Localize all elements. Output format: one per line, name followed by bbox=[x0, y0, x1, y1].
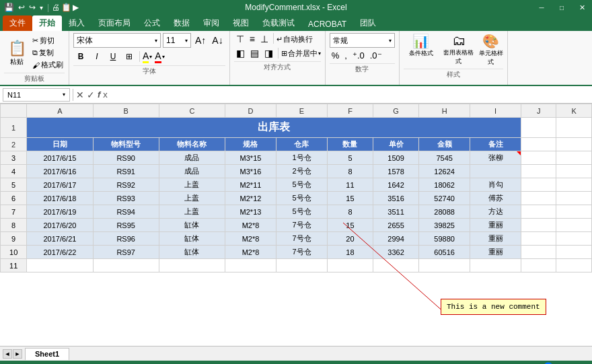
cell-6e[interactable]: 5号仓 bbox=[276, 192, 327, 205]
cell-9k[interactable] bbox=[556, 232, 592, 246]
cell-3e[interactable]: 1号仓 bbox=[276, 151, 327, 165]
table-format-btn[interactable]: 🗂 套用表格格式 bbox=[441, 33, 476, 67]
cell-9g[interactable]: 2994 bbox=[373, 232, 419, 246]
cell-4h[interactable]: 12624 bbox=[419, 165, 470, 178]
cell-7a[interactable]: 2017/6/19 bbox=[27, 205, 93, 219]
row-header-11[interactable]: 11 bbox=[1, 259, 27, 272]
cell-4b[interactable]: RS91 bbox=[93, 165, 159, 178]
function-icon[interactable]: f bbox=[98, 89, 100, 100]
cell-4d[interactable]: M3*16 bbox=[225, 165, 276, 178]
cell-10e[interactable]: 7号仓 bbox=[276, 246, 327, 259]
save-icon[interactable]: 💾 bbox=[3, 1, 15, 13]
italic-btn[interactable]: I bbox=[89, 50, 104, 63]
row-header-8[interactable]: 8 bbox=[1, 219, 27, 232]
cell-9c[interactable]: 缸体 bbox=[159, 232, 225, 246]
font-color-btn[interactable]: A ▾ bbox=[155, 50, 164, 63]
minimize-btn[interactable]: ─ bbox=[531, 0, 552, 15]
cell-11e[interactable] bbox=[276, 259, 327, 272]
highlight-color-btn[interactable]: A ▾ bbox=[143, 50, 152, 63]
row-header-5[interactable]: 5 bbox=[1, 178, 27, 192]
cell-7g[interactable]: 3511 bbox=[373, 205, 419, 219]
header-unit-price[interactable]: 单价 bbox=[373, 138, 419, 151]
cell-9d[interactable]: M2*8 bbox=[225, 232, 276, 246]
cell-3f[interactable]: 5 bbox=[327, 151, 373, 165]
sheet-tab-1[interactable]: Sheet1 bbox=[25, 348, 69, 360]
cell-6g[interactable]: 3516 bbox=[373, 192, 419, 205]
cell-11b[interactable] bbox=[93, 259, 159, 272]
name-box-dropdown[interactable]: ▾ bbox=[63, 92, 65, 98]
cell-4j[interactable] bbox=[521, 165, 556, 178]
cell-8i[interactable]: 重丽 bbox=[470, 219, 521, 232]
cell-11k[interactable] bbox=[556, 259, 592, 272]
cell-8g[interactable]: 2655 bbox=[373, 219, 419, 232]
cell-8f[interactable]: 15 bbox=[327, 219, 373, 232]
row-header-3[interactable]: 3 bbox=[1, 151, 27, 165]
col-header-b[interactable]: B bbox=[93, 104, 159, 118]
cell-4e[interactable]: 2号仓 bbox=[276, 165, 327, 178]
cell-10g[interactable]: 3362 bbox=[373, 246, 419, 259]
cell-5k[interactable] bbox=[556, 178, 592, 192]
cell-7i[interactable]: 方达 bbox=[470, 205, 521, 219]
cell-4g[interactable]: 1578 bbox=[373, 165, 419, 178]
align-left-btn[interactable]: ◧ bbox=[234, 47, 247, 59]
col-header-e[interactable]: E bbox=[276, 104, 327, 118]
tab-review[interactable]: 审阅 bbox=[196, 15, 226, 31]
increase-decimal-btn[interactable]: ⁺.0 bbox=[350, 50, 367, 61]
customize-icon[interactable]: ▾ bbox=[38, 3, 44, 13]
font-size-combo[interactable]: 11 ▾ bbox=[163, 33, 191, 48]
cell-11h[interactable] bbox=[419, 259, 470, 272]
cell-6c[interactable]: 上盖 bbox=[159, 192, 225, 205]
cell-7c[interactable]: 上盖 bbox=[159, 205, 225, 219]
decrease-decimal-btn[interactable]: .0⁻ bbox=[368, 50, 384, 61]
redo-icon[interactable]: ↪ bbox=[28, 1, 37, 13]
cell-10i[interactable]: 重丽 bbox=[470, 246, 521, 259]
cell-4i[interactable] bbox=[470, 165, 521, 178]
col-header-f[interactable]: F bbox=[327, 104, 373, 118]
percent-btn[interactable]: % bbox=[330, 50, 342, 61]
cell-10j[interactable] bbox=[521, 246, 556, 259]
cut-button[interactable]: ✂ 剪切 bbox=[31, 35, 65, 46]
border-btn[interactable]: ⊞ bbox=[122, 50, 137, 63]
cancel-formula-icon[interactable]: ✕ bbox=[76, 89, 84, 100]
merge-dropdown[interactable]: ▾ bbox=[318, 50, 321, 57]
cell-5d[interactable]: M2*11 bbox=[225, 178, 276, 192]
auto-wrap-btn[interactable]: ↵ 自动换行 bbox=[276, 33, 313, 45]
cell-7j[interactable] bbox=[521, 205, 556, 219]
cell-5i[interactable]: 肖勾 bbox=[470, 178, 521, 192]
cell-3h[interactable]: 7545 bbox=[419, 151, 470, 165]
header-spec[interactable]: 规格 bbox=[225, 138, 276, 151]
col-header-g[interactable]: G bbox=[373, 104, 419, 118]
cell-7d[interactable]: M2*13 bbox=[225, 205, 276, 219]
cell-10k[interactable] bbox=[556, 246, 592, 259]
cell-6b[interactable]: RS93 bbox=[93, 192, 159, 205]
cell-5f[interactable]: 11 bbox=[327, 178, 373, 192]
name-box[interactable]: N11 ▾ bbox=[3, 88, 70, 102]
cell-7f[interactable]: 8 bbox=[327, 205, 373, 219]
cell-9i[interactable]: 重丽 bbox=[470, 232, 521, 246]
cell-6i[interactable]: 傅苏 bbox=[470, 192, 521, 205]
col-header-d[interactable]: D bbox=[225, 104, 276, 118]
cell-8k[interactable] bbox=[556, 219, 592, 232]
row-header-2[interactable]: 2 bbox=[1, 138, 27, 151]
cell-4k[interactable] bbox=[556, 165, 592, 178]
cell-10d[interactable]: M2*8 bbox=[225, 246, 276, 259]
bold-btn[interactable]: B bbox=[73, 50, 88, 63]
sheet-scroll-right[interactable]: ► bbox=[13, 349, 22, 359]
tab-view[interactable]: 视图 bbox=[226, 15, 256, 31]
cell-9a[interactable]: 2017/6/21 bbox=[27, 232, 93, 246]
cell-6f[interactable]: 15 bbox=[327, 192, 373, 205]
macro-icon[interactable]: ▶ bbox=[73, 3, 79, 12]
cell-9f[interactable]: 20 bbox=[327, 232, 373, 246]
cell-6j[interactable] bbox=[521, 192, 556, 205]
row-header-7[interactable]: 7 bbox=[1, 205, 27, 219]
print-preview-icon[interactable]: 🖨 bbox=[52, 3, 60, 12]
cell-10c[interactable]: 缸体 bbox=[159, 246, 225, 259]
cell-7h[interactable]: 28088 bbox=[419, 205, 470, 219]
cell-5h[interactable]: 18062 bbox=[419, 178, 470, 192]
maximize-btn[interactable]: □ bbox=[552, 0, 572, 15]
tab-file[interactable]: 文件 bbox=[3, 15, 32, 31]
cell-5c[interactable]: 上盖 bbox=[159, 178, 225, 192]
cell-4a[interactable]: 2017/6/16 bbox=[27, 165, 93, 178]
font-color-dropdown[interactable]: ▾ bbox=[162, 54, 165, 60]
cell-3b[interactable]: RS90 bbox=[93, 151, 159, 165]
